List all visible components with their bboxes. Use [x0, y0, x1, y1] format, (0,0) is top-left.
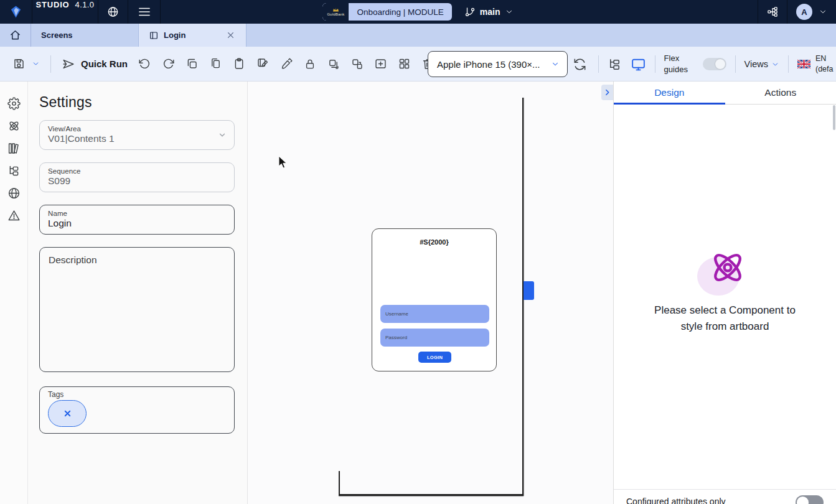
sidebar-item-screen-tree[interactable] [7, 164, 21, 177]
password-input-preview[interactable]: Password [380, 329, 489, 347]
home-tab[interactable] [0, 24, 31, 47]
view-area-select[interactable]: View/Area V01|Contents 1 [39, 120, 235, 150]
login-screen-preview[interactable]: #S{2000} Username Password LOGIN [372, 228, 497, 371]
git-branch-icon [464, 6, 476, 17]
atom-icon [708, 248, 747, 287]
save-options-chevron-icon[interactable] [32, 60, 40, 68]
paste-icon[interactable] [233, 57, 246, 70]
language-suffix: (defa [815, 65, 834, 73]
sidebar-item-settings[interactable] [7, 96, 21, 110]
tab-bar: Screens Login [0, 24, 836, 47]
ungroup-icon[interactable] [350, 57, 364, 70]
lock-icon[interactable] [304, 58, 316, 70]
login-button-preview[interactable]: LOGIN [418, 352, 451, 363]
undo-icon[interactable] [138, 57, 151, 70]
branch-selector[interactable]: main [464, 6, 514, 17]
globe-button[interactable] [98, 0, 128, 24]
sidebar-item-issues[interactable] [7, 208, 21, 222]
app-name: STUDIO [36, 0, 70, 9]
refresh-icon[interactable] [573, 57, 587, 72]
toolbar-divider [655, 55, 655, 73]
tab-design[interactable]: Design [614, 82, 725, 104]
artboard-left-edge [339, 471, 340, 495]
screen-tab-icon [149, 30, 159, 40]
top-bar: STUDIO 4.1.0 GoldBank Onboarding | MODU [0, 0, 836, 24]
name-value: Login [48, 218, 225, 229]
empty-state: Please select a Component to style from … [614, 248, 836, 334]
language-selector[interactable]: EN (defa [797, 54, 836, 75]
quick-run-button[interactable]: Quick Run [62, 57, 128, 71]
username-input-preview[interactable]: Username [380, 305, 489, 323]
copy-icon[interactable] [209, 57, 222, 70]
sequence-label: Sequence [48, 167, 225, 175]
goldbank-logo-text: GoldBank [327, 12, 345, 16]
warning-triangle-icon [7, 209, 21, 222]
tag-chip[interactable] [48, 400, 87, 427]
tab-login[interactable]: Login [139, 24, 247, 47]
library-books-icon [7, 142, 21, 155]
project-badge[interactable]: GoldBank Onboarding | MODULE [322, 3, 451, 21]
main-menu-button[interactable] [128, 0, 161, 24]
preview-monitor-icon[interactable] [631, 57, 646, 72]
globe-icon [7, 187, 21, 200]
avatar: A [796, 4, 812, 20]
device-selector-value: Apple iPhone 15 (390×... [437, 59, 540, 70]
flex-guides-toggle[interactable] [703, 58, 726, 70]
brand-title: STUDIO 4.1.0 [32, 0, 98, 24]
user-menu[interactable]: A [787, 0, 836, 24]
sequence-value: S099 [48, 175, 225, 187]
app-logo[interactable] [0, 0, 32, 24]
sidebar-item-components[interactable] [7, 119, 21, 133]
canvas[interactable]: #S{2000} Username Password LOGIN [248, 82, 613, 504]
toolbar: Quick Run [0, 47, 836, 82]
app-version: 4.1.0 [75, 0, 95, 9]
add-frame-icon[interactable] [374, 57, 387, 70]
configured-attributes-toggle[interactable] [796, 495, 824, 504]
sidebar-item-library[interactable] [7, 141, 21, 155]
flex-guides-label: Flex guides [664, 53, 694, 75]
views-dropdown[interactable]: Views [744, 59, 779, 69]
sequence-field[interactable]: Sequence S099 [39, 162, 235, 192]
gear-icon [7, 97, 21, 110]
redo-icon[interactable] [162, 57, 175, 70]
brush-icon[interactable] [280, 57, 293, 70]
tab-screens[interactable]: Screens [31, 24, 139, 47]
project-label: Onboarding | MODULE [349, 7, 451, 17]
avatar-initial: A [801, 7, 807, 17]
save-button[interactable] [12, 57, 40, 70]
settings-title: Settings [39, 94, 236, 111]
scrollbar-thumb[interactable] [833, 105, 835, 130]
layout-grid-icon[interactable] [398, 57, 411, 70]
description-field[interactable] [39, 247, 235, 372]
component-tree-button-icon[interactable] [608, 57, 622, 72]
device-selector[interactable]: Apple iPhone 15 (390×... [428, 51, 568, 77]
tab-actions[interactable]: Actions [725, 82, 836, 104]
group-icon[interactable] [327, 57, 340, 70]
panel-expand-button[interactable] [601, 85, 613, 100]
screen-id-label: #S{2000} [372, 238, 496, 246]
toggle-knob [797, 497, 809, 504]
configured-attributes-label: Configured attributes only [626, 495, 726, 504]
remove-tag-icon[interactable] [63, 409, 72, 418]
close-tab-icon[interactable] [225, 30, 236, 40]
sidebar-item-localization[interactable] [7, 186, 21, 200]
tab-actions-label: Actions [764, 87, 796, 98]
tags-label: Tags [48, 390, 226, 399]
integrations-button[interactable] [758, 0, 787, 24]
name-label: Name [48, 210, 225, 217]
tabbar-spacer [247, 24, 836, 47]
duplicate-icon[interactable] [186, 57, 199, 70]
style-copy-icon[interactable] [256, 57, 270, 70]
name-field[interactable]: Name Login [39, 205, 235, 235]
artboard-bottom-edge [339, 494, 524, 496]
chevron-down-icon [505, 7, 514, 16]
artboard-resize-handle[interactable] [524, 281, 534, 300]
globe-icon [107, 5, 119, 19]
view-area-label: View/Area [48, 125, 225, 133]
toolbar-divider [598, 55, 599, 73]
tab-login-label: Login [164, 30, 186, 40]
chevron-right-icon [603, 88, 611, 96]
tags-field[interactable]: Tags [39, 386, 235, 434]
atom-icon [7, 119, 21, 133]
chevron-down-icon [218, 131, 227, 139]
